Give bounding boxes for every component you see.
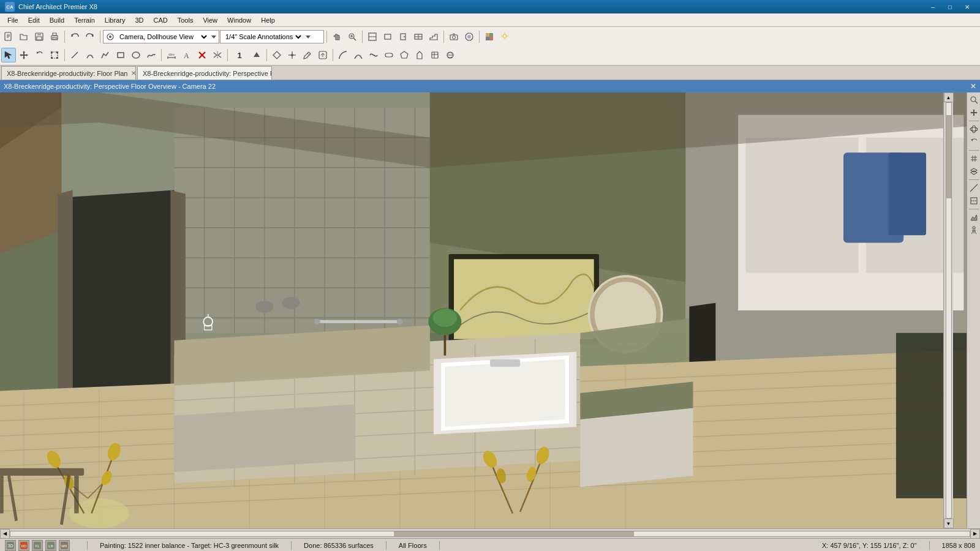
tb-print[interactable] (47, 29, 62, 44)
tb-line[interactable] (67, 48, 82, 62)
tb-extra2[interactable] (443, 48, 458, 62)
tb-shape1[interactable] (382, 48, 396, 62)
h-scroll-thumb[interactable] (394, 531, 634, 536)
status-floors: All Floors (399, 542, 427, 549)
menu-library[interactable]: Library (100, 13, 130, 27)
tb-curve1[interactable] (336, 48, 350, 62)
rp-btn-zoom[interactable] (968, 94, 980, 106)
tb-up-arrow[interactable] (249, 48, 264, 62)
tb-shape3[interactable] (412, 48, 427, 62)
camera-dropdown[interactable]: Camera, Dollhouse View Camera, Full Over… (103, 30, 219, 43)
tb-redo[interactable] (83, 29, 97, 44)
tb-light[interactable] (497, 29, 512, 44)
app-icon: CA (5, 2, 15, 12)
tb-edit[interactable] (300, 48, 315, 62)
menu-terrain[interactable]: Terrain (69, 13, 100, 27)
status-icon-2[interactable]: RD (18, 540, 29, 551)
tab-floor-plan[interactable]: X8-Breckenridge-productivity: Floor Plan… (1, 66, 136, 80)
tb-zoom-in[interactable] (345, 29, 360, 44)
menu-tools[interactable]: Tools (173, 13, 198, 27)
maximize-button[interactable]: □ (942, 1, 958, 12)
tb-curve2[interactable] (351, 48, 366, 62)
status-icon-1[interactable]: 3D (5, 540, 16, 551)
menu-file[interactable]: File (2, 13, 23, 27)
rp-btn-orbit[interactable] (968, 123, 980, 135)
tb-stairs[interactable] (426, 29, 441, 44)
tb-curve3[interactable] (366, 48, 381, 62)
menu-help[interactable]: Help (256, 13, 280, 27)
v-scroll-down[interactable]: ▼ (944, 519, 954, 528)
tb-mirror[interactable] (210, 48, 225, 62)
tb-door[interactable] (396, 29, 410, 44)
tb-hand[interactable] (330, 29, 344, 44)
tb-snap2[interactable] (285, 48, 300, 62)
scale-select[interactable]: 1/4" Scale Annotations 1/8" Scale Annota… (223, 32, 303, 41)
tb-circle[interactable] (129, 48, 143, 62)
tab-perspective[interactable]: X8-Breckenridge-productivity: Perspectiv… (137, 66, 272, 80)
tb-select[interactable] (1, 48, 16, 62)
tb-wall[interactable] (380, 29, 395, 44)
rp-btn-pan[interactable] (968, 107, 980, 119)
tb-row2-sep4 (266, 49, 267, 61)
rp-btn-elevation[interactable] (968, 211, 980, 223)
status-icon-5[interactable]: MR (59, 540, 70, 551)
tb-undo[interactable] (67, 29, 82, 44)
tb-rect-draw[interactable] (113, 48, 128, 62)
tb-move[interactable] (17, 48, 31, 62)
rp-btn-layer[interactable] (968, 165, 980, 178)
tb-transform[interactable] (315, 48, 330, 62)
svg-marker-194 (971, 168, 977, 172)
status-icon-4[interactable]: LB (45, 540, 56, 551)
tb-polyline[interactable] (98, 48, 113, 62)
svg-marker-144 (174, 404, 355, 471)
rp-btn-grid[interactable] (968, 152, 980, 165)
h-scroll-right[interactable]: ▶ (970, 529, 980, 539)
h-scroll-left[interactable]: ◀ (0, 529, 10, 539)
rp-btn-spin[interactable] (968, 136, 980, 148)
horizontal-scrollbar[interactable]: ◀ ▶ (0, 528, 980, 538)
tb-spline[interactable] (144, 48, 159, 62)
tb-rotate[interactable] (32, 48, 47, 62)
tb-render[interactable] (462, 29, 477, 44)
tb-text[interactable]: A (179, 48, 194, 62)
tb-window[interactable] (411, 29, 426, 44)
tb-save[interactable] (32, 29, 47, 44)
menu-cad[interactable]: CAD (148, 13, 172, 27)
tb-dimension[interactable]: dim (164, 48, 179, 62)
close-button[interactable]: ✕ (959, 1, 975, 12)
v-scroll-up[interactable]: ▲ (944, 92, 954, 102)
svg-line-65 (307, 53, 309, 55)
svg-point-15 (109, 36, 111, 38)
menu-view[interactable]: View (198, 13, 222, 27)
rp-btn-section[interactable] (968, 195, 980, 207)
rp-btn-measure[interactable] (968, 182, 980, 194)
tb-arc[interactable] (83, 48, 97, 62)
menu-window[interactable]: Window (222, 13, 256, 27)
tb-snap1[interactable] (270, 48, 284, 62)
tb-camera[interactable] (447, 29, 461, 44)
tb-new[interactable] (1, 29, 16, 44)
menu-edit[interactable]: Edit (23, 13, 45, 27)
svg-point-26 (404, 36, 405, 37)
tb-extra1[interactable] (428, 48, 442, 62)
camera-select[interactable]: Camera, Dollhouse View Camera, Full Over… (117, 32, 209, 41)
tb-delete[interactable] (195, 48, 209, 62)
v-scroll-thumb[interactable] (946, 115, 951, 198)
vertical-scrollbar[interactable]: ▲ ▼ (943, 92, 953, 528)
scale-dropdown[interactable]: 1/4" Scale Annotations 1/8" Scale Annota… (220, 30, 324, 43)
toolbar-row1: Camera, Dollhouse View Camera, Full Over… (1, 28, 979, 45)
menu-build[interactable]: Build (45, 13, 69, 27)
view-close-button[interactable]: ✕ (970, 82, 976, 91)
3d-viewport[interactable]: ▲ ▼ (0, 92, 967, 528)
rp-sep4 (968, 209, 979, 209)
tb-floor[interactable] (365, 29, 380, 44)
tb-open[interactable] (17, 29, 31, 44)
minimize-button[interactable]: – (925, 1, 941, 12)
tab-floor-plan-close[interactable]: ✕ (131, 70, 136, 77)
tb-resize[interactable] (47, 48, 62, 62)
tb-shape2[interactable] (397, 48, 412, 62)
tb-material[interactable] (482, 29, 497, 44)
status-icon-3[interactable]: FL (32, 540, 43, 551)
rp-btn-walkthrough[interactable] (968, 224, 980, 236)
menu-3d[interactable]: 3D (130, 13, 148, 27)
